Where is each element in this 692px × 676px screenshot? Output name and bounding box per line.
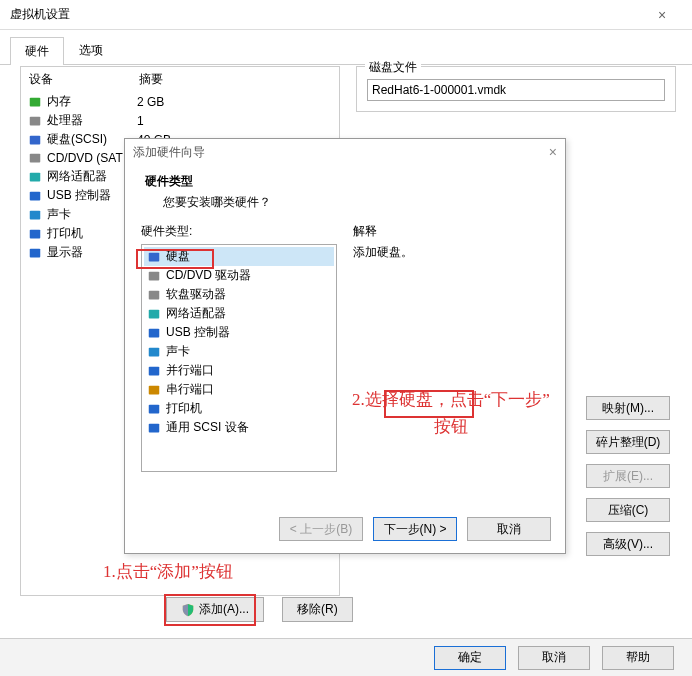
svg-rect-6 bbox=[30, 210, 41, 219]
hw-item-printer[interactable]: 打印机 bbox=[144, 399, 334, 418]
wizard-title: 添加硬件向导 bbox=[133, 144, 549, 161]
cd-icon bbox=[146, 268, 162, 284]
disk-icon bbox=[27, 132, 43, 148]
hw-item-serial[interactable]: 串行端口 bbox=[144, 380, 334, 399]
wizard-header: 硬件类型 您要安装哪类硬件？ bbox=[125, 165, 565, 223]
svg-rect-16 bbox=[149, 385, 160, 394]
svg-rect-9 bbox=[149, 252, 160, 261]
close-icon[interactable]: × bbox=[642, 7, 682, 23]
printer-icon bbox=[27, 226, 43, 242]
expand-button[interactable]: 扩展(E)... bbox=[586, 464, 670, 488]
device-row-cpu[interactable]: 处理器1 bbox=[21, 111, 339, 130]
hw-item-label: 串行端口 bbox=[166, 381, 214, 398]
remove-button[interactable]: 移除(R) bbox=[282, 597, 353, 622]
wizard-buttons: < 上一步(B) 下一步(N) > 取消 bbox=[279, 517, 551, 541]
hw-item-label: 软盘驱动器 bbox=[166, 286, 226, 303]
cd-icon bbox=[27, 150, 43, 166]
device-name: USB 控制器 bbox=[47, 187, 111, 204]
map-button[interactable]: 映射(M)... bbox=[586, 396, 670, 420]
svg-rect-7 bbox=[30, 229, 41, 238]
wizard-left-col: 硬件类型: 硬盘CD/DVD 驱动器软盘驱动器网络适配器USB 控制器声卡并行端… bbox=[141, 223, 337, 493]
advanced-button[interactable]: 高级(V)... bbox=[586, 532, 670, 556]
usb-icon bbox=[27, 188, 43, 204]
add-remove-bar: 添加(A)... 移除(R) bbox=[166, 597, 353, 622]
wizard-subheading: 您要安装哪类硬件？ bbox=[145, 194, 545, 211]
wizard-heading: 硬件类型 bbox=[145, 173, 545, 190]
hw-item-label: CD/DVD 驱动器 bbox=[166, 267, 251, 284]
svg-rect-10 bbox=[149, 271, 160, 280]
shield-icon bbox=[181, 603, 195, 617]
sound-icon bbox=[27, 207, 43, 223]
ok-button[interactable]: 确定 bbox=[434, 646, 506, 670]
hw-item-cd[interactable]: CD/DVD 驱动器 bbox=[144, 266, 334, 285]
svg-rect-15 bbox=[149, 366, 160, 375]
svg-rect-12 bbox=[149, 309, 160, 318]
device-row-memory[interactable]: 内存2 GB bbox=[21, 92, 339, 111]
hw-item-net[interactable]: 网络适配器 bbox=[144, 304, 334, 323]
side-buttons: 映射(M)... 碎片整理(D) 扩展(E)... 压缩(C) 高级(V)... bbox=[586, 396, 670, 556]
svg-rect-14 bbox=[149, 347, 160, 356]
svg-rect-0 bbox=[30, 97, 41, 106]
add-button[interactable]: 添加(A)... bbox=[166, 597, 264, 622]
device-name: 显示器 bbox=[47, 244, 83, 261]
right-panel: 磁盘文件 bbox=[356, 66, 676, 122]
hw-item-label: 并行端口 bbox=[166, 362, 214, 379]
display-icon bbox=[27, 245, 43, 261]
scsi-icon bbox=[146, 420, 162, 436]
wizard-right-label: 解释 bbox=[353, 223, 549, 240]
hdr-summary: 摘要 bbox=[139, 71, 163, 88]
svg-rect-17 bbox=[149, 404, 160, 413]
svg-rect-1 bbox=[30, 116, 41, 125]
wizard-right-col: 解释 添加硬盘。 bbox=[337, 223, 549, 493]
disk-file-label: 磁盘文件 bbox=[365, 59, 421, 76]
cancel-button[interactable]: 取消 bbox=[518, 646, 590, 670]
window-title: 虚拟机设置 bbox=[10, 6, 642, 23]
printer-icon bbox=[146, 401, 162, 417]
wizard-titlebar: 添加硬件向导 × bbox=[125, 139, 565, 165]
svg-rect-2 bbox=[30, 135, 41, 144]
hw-item-scsi[interactable]: 通用 SCSI 设备 bbox=[144, 418, 334, 437]
sound-icon bbox=[146, 344, 162, 360]
wizard-next-button[interactable]: 下一步(N) > bbox=[373, 517, 457, 541]
help-button[interactable]: 帮助 bbox=[602, 646, 674, 670]
device-name: 内存 bbox=[47, 93, 71, 110]
hw-item-label: 硬盘 bbox=[166, 248, 190, 265]
hw-item-parallel[interactable]: 并行端口 bbox=[144, 361, 334, 380]
net-icon bbox=[27, 169, 43, 185]
hw-item-usb[interactable]: USB 控制器 bbox=[144, 323, 334, 342]
device-name: 声卡 bbox=[47, 206, 71, 223]
svg-rect-18 bbox=[149, 423, 160, 432]
device-name: 网络适配器 bbox=[47, 168, 107, 185]
device-name: 硬盘(SCSI) bbox=[47, 131, 107, 148]
hw-item-label: 声卡 bbox=[166, 343, 190, 360]
disk-file-group: 磁盘文件 bbox=[356, 66, 676, 112]
disk-file-input[interactable] bbox=[367, 79, 665, 101]
compress-button[interactable]: 压缩(C) bbox=[586, 498, 670, 522]
floppy-icon bbox=[146, 287, 162, 303]
hw-item-floppy[interactable]: 软盘驱动器 bbox=[144, 285, 334, 304]
parallel-icon bbox=[146, 363, 162, 379]
memory-icon bbox=[27, 94, 43, 110]
bottom-bar: 确定 取消 帮助 bbox=[0, 638, 692, 676]
hw-item-label: 通用 SCSI 设备 bbox=[166, 419, 249, 436]
serial-icon bbox=[146, 382, 162, 398]
add-button-label: 添加(A)... bbox=[199, 601, 249, 618]
device-summary: 2 GB bbox=[137, 95, 333, 109]
hardware-type-list[interactable]: 硬盘CD/DVD 驱动器软盘驱动器网络适配器USB 控制器声卡并行端口串行端口打… bbox=[141, 244, 337, 472]
wizard-back-button[interactable]: < 上一步(B) bbox=[279, 517, 363, 541]
device-name: CD/DVD (SAT bbox=[47, 151, 123, 165]
svg-rect-3 bbox=[30, 154, 41, 163]
wizard-close-icon[interactable]: × bbox=[549, 144, 557, 160]
titlebar: 虚拟机设置 × bbox=[0, 0, 692, 30]
net-icon bbox=[146, 306, 162, 322]
device-summary: 1 bbox=[137, 114, 333, 128]
cpu-icon bbox=[27, 113, 43, 129]
svg-rect-11 bbox=[149, 290, 160, 299]
add-hardware-wizard: 添加硬件向导 × 硬件类型 您要安装哪类硬件？ 硬件类型: 硬盘CD/DVD 驱… bbox=[124, 138, 566, 554]
wizard-cancel-button[interactable]: 取消 bbox=[467, 517, 551, 541]
hw-item-label: 打印机 bbox=[166, 400, 202, 417]
hw-item-disk[interactable]: 硬盘 bbox=[144, 247, 334, 266]
usb-icon bbox=[146, 325, 162, 341]
defrag-button[interactable]: 碎片整理(D) bbox=[586, 430, 670, 454]
hw-item-sound[interactable]: 声卡 bbox=[144, 342, 334, 361]
